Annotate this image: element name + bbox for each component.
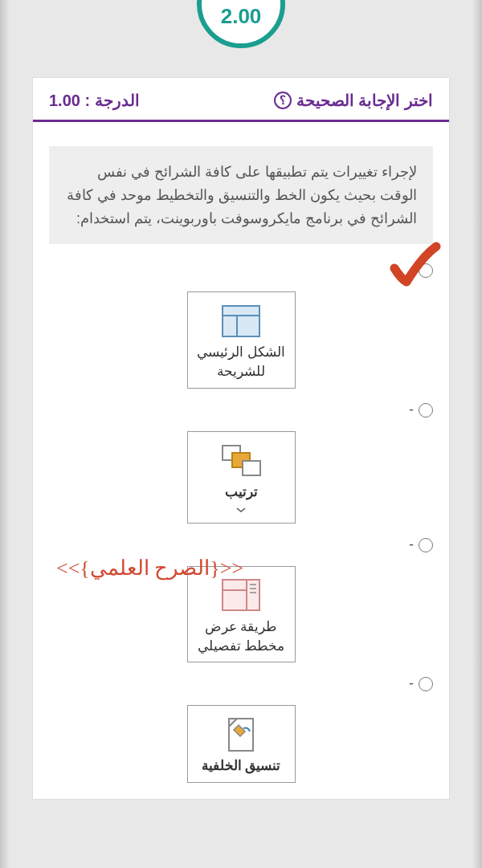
grade-label: الدرجة : — [85, 92, 140, 109]
shadow-left — [0, 0, 10, 868]
correct-check-icon — [386, 240, 443, 296]
options-list: - الشكل الرئيسي للشريحة - — [33, 260, 449, 799]
option-4-content: تنسيق الخلفية — [49, 700, 433, 783]
option-2[interactable]: - — [49, 400, 433, 418]
option-3-radio[interactable] — [419, 538, 433, 552]
option-1-label: الشكل الرئيسي للشريحة — [194, 343, 288, 381]
svg-rect-0 — [223, 306, 259, 336]
help-icon[interactable]: ؟ — [274, 92, 292, 109]
dash: - — [409, 401, 414, 418]
shadow-right — [472, 0, 482, 868]
option-2-content: ترتيب — [49, 426, 433, 524]
score-value: 2.00 — [221, 4, 262, 29]
card-header: اختر الإجابة الصحيحة ؟ الدرجة : 1.00 — [33, 78, 449, 122]
question-title: اختر الإجابة الصحيحة — [296, 91, 433, 110]
option-2-label: ترتيب — [194, 483, 288, 502]
question-text: لإجراء تغييرات يتم تطبيقها على كافة الشر… — [49, 146, 433, 244]
arrange-icon — [194, 438, 288, 483]
option-1[interactable]: - — [49, 260, 433, 279]
option-4-box[interactable]: تنسيق الخلفية — [187, 705, 296, 783]
slide-master-icon — [194, 299, 288, 343]
option-2-box[interactable]: ترتيب — [187, 431, 296, 524]
option-4-radio[interactable] — [419, 677, 433, 691]
dash: - — [409, 536, 414, 553]
format-background-icon — [194, 712, 288, 756]
question-card: اختر الإجابة الصحيحة ؟ الدرجة : 1.00 لإج… — [32, 77, 450, 800]
option-3[interactable]: - — [49, 535, 433, 553]
grade-value: 1.00 — [49, 92, 80, 109]
grade-display: الدرجة : 1.00 — [49, 91, 140, 110]
dash: - — [409, 675, 414, 692]
chevron-down-icon — [235, 507, 247, 513]
score-circle: 2.00 — [197, 0, 285, 48]
watermark: <<{الصرح العلمي}>> — [56, 556, 243, 581]
option-1-content: الشكل الرئيسي للشريحة — [49, 287, 433, 389]
option-4[interactable]: - — [49, 674, 433, 692]
option-4-label: تنسيق الخلفية — [194, 756, 288, 776]
option-1-box[interactable]: الشكل الرئيسي للشريحة — [187, 291, 296, 389]
question-title-wrap: اختر الإجابة الصحيحة ؟ — [274, 91, 433, 110]
option-2-radio[interactable] — [419, 403, 433, 418]
svg-rect-5 — [243, 461, 260, 475]
option-3-label: طريقة عرض مخطط تفصيلي — [194, 617, 288, 656]
